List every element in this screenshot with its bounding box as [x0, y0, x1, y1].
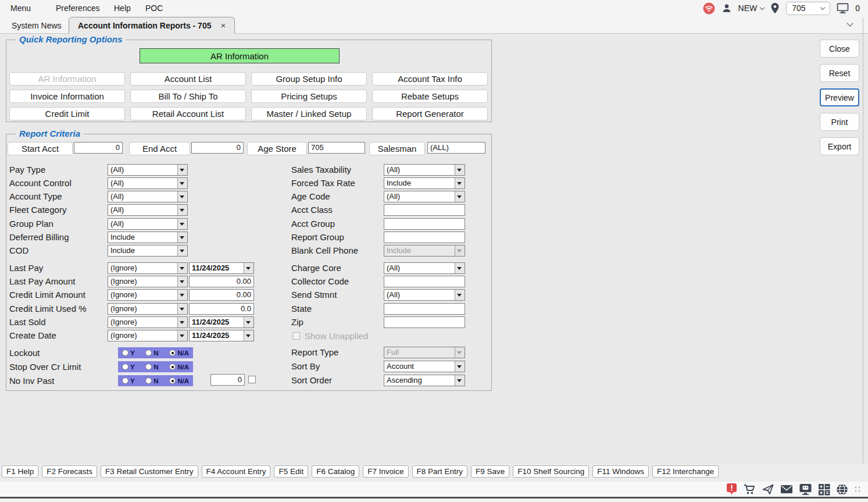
- sales-taxability-select[interactable]: (All): [384, 164, 465, 176]
- stop-over-cr-limit-radio-group[interactable]: Y N N/A: [118, 361, 193, 372]
- radio-option-na[interactable]: N/A: [169, 350, 189, 357]
- menu-item-help[interactable]: Help: [114, 3, 131, 13]
- fkey-f8-part-entry[interactable]: F8 Part Entry: [412, 465, 468, 478]
- print-button[interactable]: Print: [820, 113, 859, 131]
- lockout-radio-group[interactable]: Y N N/A: [118, 347, 193, 358]
- fkey-f6-catalog[interactable]: F6 Catalog: [312, 465, 359, 478]
- no-inv-past-radio-group[interactable]: Y N N/A: [118, 375, 193, 386]
- terminal-icon[interactable]: [799, 483, 812, 496]
- create-date-date-select[interactable]: 11/24/2025: [189, 330, 254, 341]
- fkey-f5-edit[interactable]: F5 Edit: [274, 465, 308, 478]
- fkey-f3-retail-customer-entry[interactable]: F3 Retail Customer Entry: [101, 465, 198, 478]
- fkey-f4-account-entry[interactable]: F4 Account Entry: [202, 465, 271, 478]
- state-input[interactable]: [384, 303, 465, 315]
- acct-group-input[interactable]: [384, 218, 465, 230]
- credit-limit-used-input[interactable]: 0.0: [189, 303, 254, 315]
- preview-button[interactable]: Preview: [820, 88, 859, 106]
- quick-button-master-linked-setup[interactable]: Master / Linked Setup: [251, 107, 367, 120]
- wifi-status-icon[interactable]: [703, 2, 715, 15]
- store-select[interactable]: 705: [786, 2, 830, 15]
- tab-system-news[interactable]: System News: [5, 18, 69, 33]
- last-pay-amount-mode-select[interactable]: (Ignore): [108, 276, 188, 287]
- age-store-button[interactable]: Age Store: [247, 142, 307, 155]
- forced-tax-rate-select[interactable]: Include: [384, 177, 465, 189]
- fkey-f9-save[interactable]: F9 Save: [471, 465, 509, 478]
- credit-limit-amount-input[interactable]: 0.00: [189, 289, 254, 301]
- charge-core-select[interactable]: (All): [384, 262, 465, 274]
- start-acct-button[interactable]: Start Acct: [8, 142, 73, 155]
- calculator-icon[interactable]: [818, 483, 830, 496]
- quick-button-report-generator[interactable]: Report Generator: [372, 107, 488, 120]
- send-stmnt-select[interactable]: (All): [384, 289, 465, 301]
- radio-option-n[interactable]: N: [145, 350, 158, 357]
- quick-button-retail-account-list[interactable]: Retail Account List: [130, 107, 246, 120]
- radio-option-y[interactable]: Y: [122, 378, 135, 384]
- radio-option-n[interactable]: N: [145, 378, 158, 384]
- cod-select[interactable]: Include: [108, 245, 188, 257]
- radio-option-y[interactable]: Y: [122, 364, 135, 371]
- last-sold-mode-select[interactable]: (Ignore): [108, 316, 188, 328]
- fleet-category-select[interactable]: (All): [108, 204, 188, 216]
- radio-option-na[interactable]: N/A: [169, 364, 189, 371]
- create-date-mode-select[interactable]: (Ignore): [108, 330, 188, 341]
- quick-button-credit-limit[interactable]: Credit Limit: [9, 107, 125, 120]
- acct-class-input[interactable]: [384, 204, 465, 216]
- sort-order-select[interactable]: Ascending: [384, 375, 465, 386]
- zip-input[interactable]: [384, 316, 465, 328]
- resize-grip-icon[interactable]: [854, 486, 861, 493]
- quick-button-bill-to-ship-to[interactable]: Bill To / Ship To: [130, 90, 246, 103]
- fkey-f1-help[interactable]: F1 Help: [2, 465, 38, 478]
- menu-item-menu[interactable]: Menu: [10, 3, 31, 13]
- reset-button[interactable]: Reset: [820, 64, 859, 82]
- quick-button-account-list[interactable]: Account List: [130, 72, 246, 86]
- radio-option-y[interactable]: Y: [122, 350, 135, 357]
- credit-limit-amount-mode-select[interactable]: (Ignore): [108, 289, 188, 301]
- last-pay-mode-select[interactable]: (Ignore): [108, 262, 188, 274]
- user-menu[interactable]: NEW: [738, 3, 765, 13]
- export-button[interactable]: Export: [820, 137, 859, 155]
- age-code-select[interactable]: (All): [384, 191, 465, 202]
- account-control-select[interactable]: (All): [108, 177, 188, 189]
- monitor-icon[interactable]: [837, 3, 849, 13]
- mail-icon[interactable]: [780, 484, 793, 494]
- quick-button-pricing-setups[interactable]: Pricing Setups: [251, 90, 367, 103]
- age-store-input[interactable]: 705: [308, 142, 365, 154]
- salesman-button[interactable]: Salesman: [369, 142, 425, 155]
- radio-option-na[interactable]: N/A: [169, 378, 189, 384]
- quick-button-account-tax-info[interactable]: Account Tax Info: [372, 72, 488, 86]
- credit-limit-used-mode-select[interactable]: (Ignore): [108, 303, 188, 315]
- report-group-input[interactable]: [384, 232, 465, 243]
- send-icon[interactable]: [762, 483, 774, 496]
- fkey-f11-windows[interactable]: F11 Windows: [592, 465, 649, 478]
- no-inv-past-days-input[interactable]: 0: [210, 374, 245, 386]
- fkey-f2-forecasts[interactable]: F2 Forecasts: [42, 465, 97, 478]
- quick-button-invoice-information[interactable]: Invoice Information: [9, 90, 125, 103]
- tab-close-icon[interactable]: ×: [220, 22, 226, 30]
- menu-item-poc[interactable]: POC: [145, 3, 163, 13]
- end-acct-button[interactable]: End Acct: [129, 142, 190, 155]
- collector-code-input[interactable]: [384, 276, 465, 287]
- fkey-f10-shelf-sourcing[interactable]: F10 Shelf Sourcing: [513, 465, 589, 478]
- cart-icon[interactable]: [743, 483, 756, 496]
- close-button[interactable]: Close: [820, 40, 859, 58]
- no-inv-past-checkbox[interactable]: [248, 376, 256, 383]
- quick-button-rebate-setups[interactable]: Rebate Setups: [372, 90, 488, 103]
- last-pay-amount-input[interactable]: 0.00: [189, 276, 254, 287]
- last-pay-date-select[interactable]: 11/24/2025: [189, 262, 254, 274]
- salesman-input[interactable]: (ALL): [427, 142, 485, 154]
- end-acct-input[interactable]: 0: [191, 142, 244, 154]
- account-type-select[interactable]: (All): [108, 191, 188, 202]
- radio-option-n[interactable]: N: [145, 364, 158, 371]
- quick-button-group-setup-info[interactable]: Group Setup Info: [251, 72, 367, 86]
- tab-account-information-reports[interactable]: Account Information Reports - 705 ×: [69, 17, 235, 34]
- globe-icon[interactable]: [836, 483, 848, 496]
- fkey-f12-interchange[interactable]: F12 Interchange: [652, 465, 719, 478]
- deferred-billing-select[interactable]: Include: [108, 232, 188, 243]
- sort-by-select[interactable]: Account: [384, 361, 465, 372]
- fkey-f7-invoice[interactable]: F7 Invoice: [363, 465, 408, 478]
- last-sold-date-select[interactable]: 11/24/2025: [189, 316, 254, 328]
- start-acct-input[interactable]: 0: [74, 142, 123, 154]
- menu-item-preferences[interactable]: Preferences: [56, 3, 99, 13]
- alert-icon[interactable]: [726, 483, 737, 496]
- group-plan-select[interactable]: (All): [108, 218, 188, 230]
